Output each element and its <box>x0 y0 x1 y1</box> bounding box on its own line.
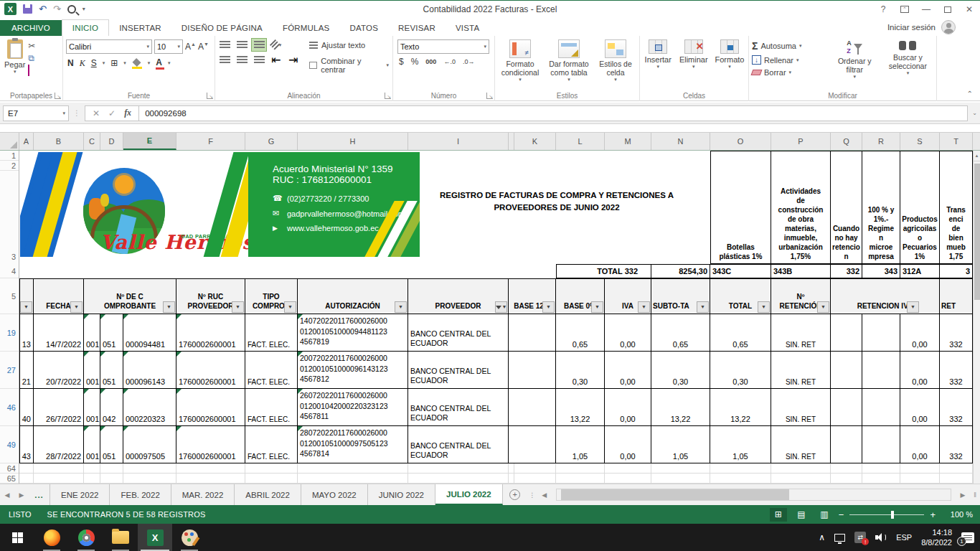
cell-iva[interactable]: 0,00 <box>605 314 651 352</box>
tab-archivo[interactable]: ARCHIVO <box>0 20 62 36</box>
tab-inicio[interactable]: INICIO <box>62 19 109 36</box>
tab-formulas[interactable]: FÓRMULAS <box>273 20 340 36</box>
number-format-combo[interactable]: Texto▾ <box>397 39 489 54</box>
fill-button[interactable]: ↓Rellenar▾ <box>750 55 829 65</box>
column-header-m[interactable]: M <box>605 133 651 150</box>
totals-332-cell[interactable]: 332 <box>831 264 862 278</box>
cell-nretencion[interactable]: SIN. RET <box>771 314 831 352</box>
cell-num[interactable]: 40 <box>19 389 34 426</box>
cell-ruc[interactable]: 1760002600001 <box>176 352 245 389</box>
horizontal-scrollbar[interactable] <box>556 489 951 501</box>
sign-in[interactable]: Iniciar sesión <box>887 20 956 34</box>
expand-formula-bar-icon[interactable]: ⌄ <box>972 110 977 116</box>
conditional-formatting-button[interactable]: Formato condicional▾ <box>496 38 544 90</box>
cell-nretencion[interactable]: SIN. RET <box>771 389 831 426</box>
cell-subtotal[interactable]: 0,30 <box>651 352 710 389</box>
tab-splitter[interactable]: ⋮ <box>527 484 537 505</box>
zoom-slider[interactable] <box>849 514 924 515</box>
scroll-up-icon[interactable]: ▲ <box>974 151 980 161</box>
cell-retencion-iva[interactable]: 0,00 <box>900 314 940 352</box>
page-break-view-button[interactable]: ▥ <box>816 508 833 522</box>
clear-button[interactable]: Borrar▾ <box>750 67 829 77</box>
language-indicator[interactable]: ESP <box>896 533 912 542</box>
cell-q[interactable] <box>831 352 862 389</box>
column-header-l[interactable]: L <box>556 133 605 150</box>
close-button[interactable]: ✕ <box>958 1 980 18</box>
column-header-n[interactable]: N <box>651 133 710 150</box>
header-subtotal[interactable]: SUBTO-TA▼ <box>651 278 710 314</box>
cell-base12[interactable] <box>509 314 556 352</box>
column-header-r[interactable]: R <box>862 133 900 150</box>
confirm-entry-icon[interactable]: ✓ <box>108 108 116 118</box>
row-header-46[interactable]: 46 <box>0 389 19 426</box>
taskbar-firefox[interactable] <box>34 524 69 551</box>
cell-q[interactable] <box>831 426 862 463</box>
zoom-out-button[interactable]: − <box>839 509 844 520</box>
filter-active-button[interactable]: ▼ <box>495 301 507 313</box>
maximize-button[interactable] <box>937 1 958 18</box>
decrease-indent-button[interactable]: ⇤ <box>268 53 284 67</box>
zoom-in-button[interactable]: + <box>930 509 936 520</box>
align-right-button[interactable] <box>251 53 267 67</box>
header-num[interactable]: Nº▼ <box>19 278 34 314</box>
hscroll-left-icon[interactable]: ◀ <box>537 484 552 505</box>
cell-ret[interactable]: 332 <box>940 314 973 352</box>
align-center-button[interactable] <box>234 53 250 67</box>
column-header-c[interactable]: C <box>84 133 100 150</box>
cell-fecha[interactable]: 20/7/2022 <box>34 352 84 389</box>
cell-subtotal[interactable]: 13,22 <box>651 389 710 426</box>
row-header-19[interactable]: 19 <box>0 314 19 352</box>
filter-button[interactable]: ▼ <box>70 301 83 313</box>
filter-button[interactable]: ▼ <box>284 301 296 313</box>
cell-total[interactable]: 13,22 <box>710 389 771 426</box>
cell-comprobante[interactable]: 000220323 <box>123 389 176 426</box>
header-tipo[interactable]: TIPO COMPROB▼ <box>245 278 298 314</box>
column-header-f[interactable]: F <box>176 133 245 150</box>
cell-base0[interactable]: 0,30 <box>556 352 605 389</box>
cell-subtotal[interactable]: 1,05 <box>651 426 710 463</box>
tax-header-agricolas[interactable]: Productos agricoilas o Pecuarios 1% <box>900 151 940 264</box>
cell-total[interactable]: 0,65 <box>710 314 771 352</box>
header-nretencion[interactable]: Nº RETENCIÓN▼ <box>771 278 831 314</box>
font-color-button[interactable]: A <box>156 57 162 69</box>
vertical-scroll-thumb[interactable] <box>974 164 980 300</box>
cell-serie1[interactable]: 001 <box>84 314 100 352</box>
name-box[interactable]: E7▾ <box>3 105 69 121</box>
font-name-combo[interactable]: Calibri▾ <box>66 39 152 54</box>
tray-expand-icon[interactable]: ∧ <box>819 532 825 542</box>
sheet-nav-left-icon[interactable]: ◀ <box>0 484 14 505</box>
row-header-4[interactable]: 4 <box>0 264 19 278</box>
column-header-q[interactable]: Q <box>831 133 862 150</box>
header-iva[interactable]: IVA▼ <box>605 278 651 314</box>
wrap-text-button[interactable]: Ajustar texto <box>307 39 391 51</box>
normal-view-button[interactable]: ⊞ <box>770 508 787 522</box>
sheet-tab-feb[interactable]: FEB. 2022 <box>110 484 171 505</box>
column-header-i[interactable]: I <box>408 133 509 150</box>
cell-ret[interactable]: 332 <box>940 352 973 389</box>
totals-343c-cell[interactable]: 343C <box>710 264 771 278</box>
taskbar-chrome[interactable] <box>69 524 103 551</box>
sheet-tab-mar[interactable]: MAR. 2022 <box>171 484 235 505</box>
header-comprobante[interactable]: Nº DE C OMPROBANTE▼ <box>84 278 176 314</box>
cell-serie2[interactable]: 042 <box>100 389 123 426</box>
column-header-e-selected[interactable]: E <box>123 133 176 150</box>
copy-icon[interactable]: ⧉ <box>28 53 35 63</box>
totals-343b-cell[interactable]: 343B <box>771 264 831 278</box>
font-dialog-launcher[interactable]: ↘ <box>207 93 213 99</box>
shrink-font-icon[interactable]: A▼ <box>198 42 209 52</box>
help-button[interactable]: ? <box>872 1 894 18</box>
row-header-64[interactable]: 64 <box>0 463 19 474</box>
row-header-2[interactable]: 2 <box>0 161 19 171</box>
cell-serie1[interactable]: 001 <box>84 426 100 463</box>
header-base0[interactable]: BASE 0%▼ <box>556 278 605 314</box>
column-header-o[interactable]: O <box>710 133 771 150</box>
collapse-ribbon-icon[interactable]: ⌃ <box>967 90 973 98</box>
cell-retencion-iva[interactable]: 0,00 <box>900 426 940 463</box>
row-header-1[interactable]: 1 <box>0 151 19 161</box>
font-size-combo[interactable]: 10▾ <box>154 39 183 54</box>
cell-q[interactable] <box>831 389 862 426</box>
increase-decimal-icon[interactable]: ←.0 <box>443 58 456 65</box>
tab-revisar[interactable]: REVISAR <box>388 20 446 36</box>
insert-function-icon[interactable]: fx <box>124 108 131 118</box>
tab-insertar[interactable]: INSERTAR <box>109 20 171 36</box>
